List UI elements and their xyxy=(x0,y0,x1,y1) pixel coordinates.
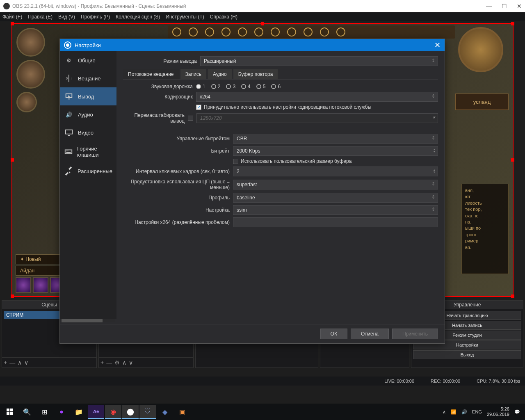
profile-select[interactable]: baseline xyxy=(233,193,438,203)
apply-button[interactable]: Применить xyxy=(392,329,438,339)
add-scene-button[interactable]: + xyxy=(4,359,7,366)
profile-label: Профиль xyxy=(123,195,230,201)
sidebar-item-stream[interactable]: Вещание xyxy=(60,69,116,87)
sidebar-item-output[interactable]: Вывод xyxy=(60,87,116,105)
scene-down-button[interactable]: ∨ xyxy=(24,359,28,366)
menu-view[interactable]: Вид (V) xyxy=(58,14,75,20)
keyboard-icon xyxy=(64,147,73,157)
source-up-button[interactable]: ∧ xyxy=(122,359,126,366)
sidebar-item-video[interactable]: Видео xyxy=(60,123,116,142)
tab-replay-buffer[interactable]: Буфер повтора xyxy=(233,69,278,79)
tray-language[interactable]: ENG xyxy=(472,409,482,414)
rescale-label: Перемасштабировать вывод xyxy=(123,112,185,124)
dialog-close-button[interactable]: ✕ xyxy=(434,41,441,50)
tune-label: Настройка xyxy=(123,207,230,213)
force-encoder-checkbox[interactable]: ✓Принудительно использовать настройки ко… xyxy=(196,104,438,110)
status-bar: LIVE: 00:00:00 REC: 00:00:00 CPU: 7.8%, … xyxy=(0,377,525,386)
x264opts-input[interactable] xyxy=(233,217,438,227)
taskbar-obs[interactable]: ⬤ xyxy=(122,405,139,419)
remove-scene-button[interactable]: — xyxy=(9,359,15,366)
dialog-titlebar[interactable]: Настройки ✕ xyxy=(60,39,445,51)
search-icon[interactable]: 🔍 xyxy=(19,405,35,419)
game-textbox: вня, ют ливость тех пор, ока не на. ыши … xyxy=(461,184,509,274)
taskbar-ae[interactable]: Ae xyxy=(88,405,104,419)
menu-file[interactable]: Файл (F) xyxy=(2,14,22,20)
output-mode-label: Режим вывода xyxy=(123,58,197,64)
custom-buffer-checkbox[interactable]: Использовать пользовательский размер буф… xyxy=(233,158,438,164)
game-new-button: ✦ Новый xyxy=(16,254,66,264)
sidebar-item-advanced[interactable]: Расширенные xyxy=(60,162,116,180)
cancel-button[interactable]: Отмена xyxy=(351,329,389,339)
track-5-radio[interactable]: 5 xyxy=(256,84,266,89)
tab-recording[interactable]: Запись xyxy=(180,69,206,79)
exit-button[interactable]: Выход xyxy=(413,350,521,359)
monitor-icon xyxy=(64,91,74,101)
taskbar-app3[interactable]: ▣ xyxy=(174,405,190,419)
display-icon xyxy=(64,128,74,137)
menu-help[interactable]: Справка (H) xyxy=(210,14,237,20)
keyint-input[interactable]: 2 xyxy=(233,167,438,176)
status-rec: REC: 00:00:00 xyxy=(431,379,460,383)
tray-up-icon[interactable]: ∧ xyxy=(443,409,446,415)
window-title: OBS 23.2.1 (64-bit, windows) - Профиль: … xyxy=(12,3,486,9)
taskbar-explorer[interactable]: 📁 xyxy=(71,405,87,419)
preset-select[interactable]: superfast xyxy=(233,180,438,189)
encoder-select[interactable]: x264 xyxy=(196,92,438,102)
track-1-radio[interactable]: 1 xyxy=(196,84,205,89)
game-portrait xyxy=(16,60,45,89)
obs-icon xyxy=(64,41,71,49)
dialog-footer: ОК Отмена Применить xyxy=(60,324,445,343)
sidebar-item-audio[interactable]: 🔊 Аудио xyxy=(60,105,116,123)
tab-streaming[interactable]: Потоковое вещание xyxy=(123,69,179,79)
settings-content: Режим вывода Расширенный Потоковое вещан… xyxy=(116,51,445,319)
menu-scene-collection[interactable]: Коллекция сцен (S) xyxy=(116,14,160,20)
taskbar-app2[interactable]: ◆ xyxy=(157,405,173,419)
ok-button[interactable]: ОК xyxy=(320,329,347,339)
source-settings-button[interactable]: ⚙ xyxy=(114,359,120,366)
menu-profile[interactable]: Профиль (P) xyxy=(81,14,110,20)
tab-audio[interactable]: Аудио xyxy=(208,69,232,79)
taskbar-game[interactable]: 🛡 xyxy=(139,405,156,419)
track-6-radio[interactable]: 6 xyxy=(271,84,281,89)
menu-tools[interactable]: Инструменты (T) xyxy=(166,14,204,20)
track-4-radio[interactable]: 4 xyxy=(241,84,251,89)
scene-up-button[interactable]: ∧ xyxy=(18,359,22,366)
minimize-button[interactable]: — xyxy=(486,3,492,9)
sidebar-scrollbar[interactable] xyxy=(62,319,115,322)
tray-notifications-icon[interactable]: 💬 xyxy=(514,409,520,415)
sidebar-item-general[interactable]: ⚙ Общие xyxy=(60,51,116,69)
game-name: Айдан xyxy=(16,266,66,276)
taskview-icon[interactable]: ⊞ xyxy=(36,405,52,419)
svg-rect-3 xyxy=(10,412,13,415)
source-down-button[interactable]: ∨ xyxy=(129,359,133,366)
tray-wifi-icon[interactable]: 📶 xyxy=(451,409,457,415)
settings-dialog: Настройки ✕ ⚙ Общие Вещание Вывод 🔊 Ауди… xyxy=(59,39,445,344)
remove-source-button[interactable]: — xyxy=(106,359,112,366)
dialog-title: Настройки xyxy=(75,42,101,48)
sidebar-item-hotkeys[interactable]: Горячие клавиши xyxy=(60,142,116,162)
svg-rect-0 xyxy=(7,409,9,411)
track-2-radio[interactable]: 2 xyxy=(211,84,221,89)
bitrate-input[interactable]: 2000 Kbps xyxy=(233,146,438,156)
maximize-button[interactable]: ☐ xyxy=(502,3,507,9)
add-source-button[interactable]: + xyxy=(100,359,104,366)
taskbar-browser[interactable]: ◉ xyxy=(105,405,121,419)
bitrate-label: Битрейт xyxy=(123,148,230,154)
tune-select[interactable]: ssim xyxy=(233,205,438,215)
game-seal xyxy=(458,27,503,72)
svg-rect-1 xyxy=(10,409,13,411)
rate-control-select[interactable]: CBR xyxy=(233,134,438,144)
taskbar-app[interactable]: ● xyxy=(53,405,70,419)
tools-icon xyxy=(64,166,73,176)
rescale-checkbox[interactable] xyxy=(188,116,193,121)
close-button[interactable]: ✕ xyxy=(517,3,522,9)
menu-bar: Файл (F) Правка (E) Вид (V) Профиль (P) … xyxy=(0,12,525,21)
menu-edit[interactable]: Правка (E) xyxy=(28,14,52,20)
track-3-radio[interactable]: 3 xyxy=(226,84,235,89)
output-mode-select[interactable]: Расширенный xyxy=(200,56,438,66)
tray-volume-icon[interactable]: 🔊 xyxy=(461,409,467,415)
start-button[interactable] xyxy=(2,405,18,419)
preset-label: Предустановка использования ЦП (выше = м… xyxy=(123,179,230,190)
tray-clock[interactable]: 5:26 29.06.2019 xyxy=(487,406,509,417)
app-icon xyxy=(3,3,10,9)
